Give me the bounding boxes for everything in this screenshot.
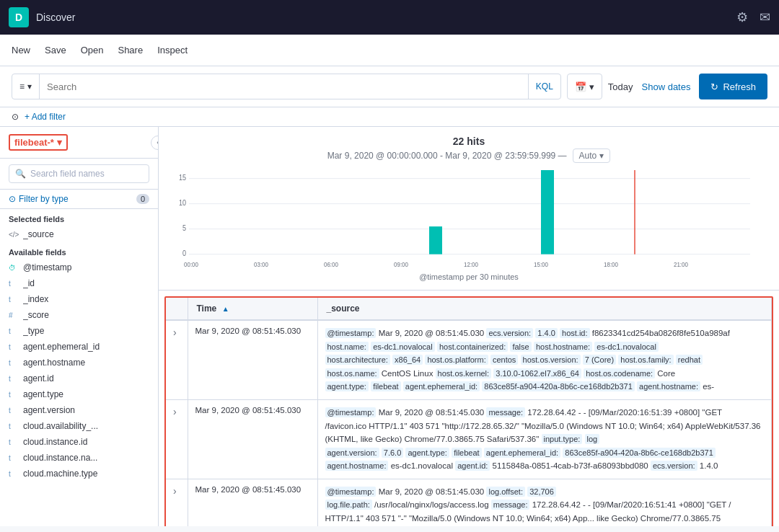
chevron-down-icon: ▾ <box>599 151 604 161</box>
search-fields-placeholder: Search field names <box>30 169 105 179</box>
field-item-type[interactable]: t _type <box>0 323 158 339</box>
app-logo: D <box>9 7 29 27</box>
date-range: Mar 9, 2020 @ 00:00:00.000 - Mar 9, 2020… <box>327 151 567 161</box>
auto-select[interactable]: Auto ▾ <box>573 148 611 163</box>
filter-by-type-button[interactable]: ⊙ Filter by type <box>9 194 69 204</box>
svg-text:15: 15 <box>179 173 187 182</box>
field-name-cloud-instance-name: cloud.instance.na... <box>23 453 97 463</box>
field-name-score: _score <box>23 310 49 320</box>
kql-badge[interactable]: KQL <box>528 74 560 99</box>
settings-icon[interactable]: ⚙ <box>736 9 748 25</box>
field-item-source[interactable]: </> _source <box>0 226 158 242</box>
search-input[interactable] <box>40 81 528 92</box>
nav-share[interactable]: Share <box>118 42 143 58</box>
field-name-agent-ephemeral-id: agent.ephemeral_id <box>23 342 100 352</box>
sort-icon: ▲ <box>222 305 229 313</box>
table-row: › Mar 9, 2020 @ 08:51:45.030 @timestamp:… <box>166 399 772 479</box>
field-name-type: _type <box>23 326 44 336</box>
svg-text:21:00: 21:00 <box>674 261 688 269</box>
field-item-cloud-instance-id[interactable]: t cloud.instance.id <box>0 434 158 450</box>
field-item-agent-type[interactable]: t agent.type <box>0 386 158 402</box>
app-title: Discover <box>36 12 729 23</box>
table-wrapper: Time ▲ _source › <box>164 296 773 526</box>
svg-text:10: 10 <box>179 198 187 207</box>
sidebar: filebeat-* ▾ ‹ 🔍 Search field names ⊙ Fi… <box>0 127 159 526</box>
table-row: › Mar 9, 2020 @ 08:51:45.030 @timestamp:… <box>166 479 772 526</box>
show-dates-button[interactable]: Show dates <box>639 81 694 92</box>
filter-toggle[interactable]: ⊙ <box>12 112 19 122</box>
field-item-agent-ephemeral-id[interactable]: t agent.ephemeral_id <box>0 339 158 355</box>
field-name-id: _id <box>23 278 35 288</box>
expand-button[interactable]: › <box>173 485 177 497</box>
svg-text:06:00: 06:00 <box>324 261 338 269</box>
field-item-timestamp[interactable]: ⏱ @timestamp <box>0 260 158 275</box>
field-name-index: _index <box>23 294 48 304</box>
time-picker[interactable]: 📅 ▾ <box>567 74 602 99</box>
svg-text:15:00: 15:00 <box>534 261 548 269</box>
search-fields-input[interactable]: 🔍 Search field names <box>9 164 149 183</box>
nav-save[interactable]: Save <box>45 42 66 58</box>
filter-type-count: 0 <box>136 194 149 204</box>
svg-text:03:00: 03:00 <box>254 261 268 269</box>
field-item-id[interactable]: t _id <box>0 275 158 291</box>
field-item-agent-id[interactable]: t agent.id <box>0 371 158 386</box>
sidebar-header: filebeat-* ▾ ‹ <box>0 127 158 159</box>
svg-text:18:00: 18:00 <box>604 261 618 269</box>
chart-container: 15 10 5 0 00:00 <box>173 170 765 271</box>
add-filter-button[interactable]: + Add filter <box>25 112 66 122</box>
source-cell: @timestamp: Mar 9, 2020 @ 08:51:45.030 m… <box>317 399 772 479</box>
index-pattern-button[interactable]: ≡ ▾ <box>12 74 40 99</box>
collapse-sidebar-button[interactable]: ‹ <box>151 136 159 150</box>
toolbar: ≡ ▾ KQL 📅 ▾ Today Show dates ↻ Refresh <box>0 66 779 107</box>
nav-inspect[interactable]: Inspect <box>157 42 188 58</box>
field-item-cloud-availability[interactable]: t cloud.availability_... <box>0 418 158 434</box>
field-item-score[interactable]: # _score <box>0 307 158 323</box>
field-item-cloud-machine-type[interactable]: t cloud.machine.type <box>0 466 158 482</box>
index-pattern-label: filebeat-* <box>14 137 54 148</box>
chevron-down-icon: ▾ <box>57 137 62 148</box>
nav-open[interactable]: Open <box>81 42 104 58</box>
source-cell: @timestamp: Mar 9, 2020 @ 08:51:45.030 e… <box>317 320 772 399</box>
chevron-down-icon: ▾ <box>27 81 32 92</box>
source-cell: @timestamp: Mar 9, 2020 @ 08:51:45.030 l… <box>317 479 772 526</box>
expand-cell[interactable]: › <box>166 479 188 526</box>
chart-subtitle: Mar 9, 2020 @ 00:00:00.000 - Mar 9, 2020… <box>173 148 765 163</box>
time-cell: Mar 9, 2020 @ 08:51:45.030 <box>188 479 317 526</box>
index-pattern-button[interactable]: filebeat-* ▾ <box>9 134 68 151</box>
field-name-cloud-availability: cloud.availability_... <box>23 421 98 431</box>
main-layout: filebeat-* ▾ ‹ 🔍 Search field names ⊙ Fi… <box>0 127 779 526</box>
expand-cell[interactable]: › <box>166 399 188 479</box>
secondary-nav: New Save Open Share Inspect <box>0 35 779 66</box>
refresh-button[interactable]: ↻ Refresh <box>699 74 767 99</box>
svg-text:09:00: 09:00 <box>394 261 408 269</box>
field-name-cloud-machine-type: cloud.machine.type <box>23 469 97 479</box>
svg-text:5: 5 <box>182 223 187 232</box>
hits-count: 22 hits <box>173 136 765 147</box>
svg-text:12:00: 12:00 <box>464 261 478 269</box>
time-value: Today <box>608 79 633 95</box>
field-item-agent-hostname[interactable]: t agent.hostname <box>0 355 158 371</box>
content-area: 22 hits Mar 9, 2020 @ 00:00:00.000 - Mar… <box>159 127 779 526</box>
time-cell: Mar 9, 2020 @ 08:51:45.030 <box>188 399 317 479</box>
expand-cell[interactable]: › <box>166 320 188 399</box>
field-list: Selected fields </> _source Available fi… <box>0 209 158 526</box>
table-row: › Mar 9, 2020 @ 08:51:45.030 @timestamp:… <box>166 320 772 399</box>
results-area[interactable]: Time ▲ _source › <box>159 291 779 526</box>
expand-button[interactable]: › <box>173 327 177 338</box>
field-item-agent-version[interactable]: t agent.version <box>0 402 158 418</box>
selected-fields-title: Selected fields <box>0 209 158 226</box>
search-fields-wrapper: 🔍 Search field names <box>0 159 158 190</box>
field-item-index[interactable]: t _index <box>0 291 158 307</box>
time-col-header[interactable]: Time ▲ <box>188 298 317 320</box>
field-name-timestamp: @timestamp <box>23 262 72 272</box>
filter-bar: ⊙ + Add filter <box>0 107 779 127</box>
chart-area: 22 hits Mar 9, 2020 @ 00:00:00.000 - Mar… <box>159 127 779 291</box>
svg-text:00:00: 00:00 <box>184 261 198 269</box>
nav-new[interactable]: New <box>12 42 30 58</box>
field-item-cloud-instance-name[interactable]: t cloud.instance.na... <box>0 450 158 466</box>
field-name-agent-type: agent.type <box>23 389 63 399</box>
refresh-label: Refresh <box>723 81 756 92</box>
mail-icon[interactable]: ✉ <box>760 9 770 25</box>
filter-type-label: Filter by type <box>19 194 69 204</box>
expand-button[interactable]: › <box>173 406 177 417</box>
